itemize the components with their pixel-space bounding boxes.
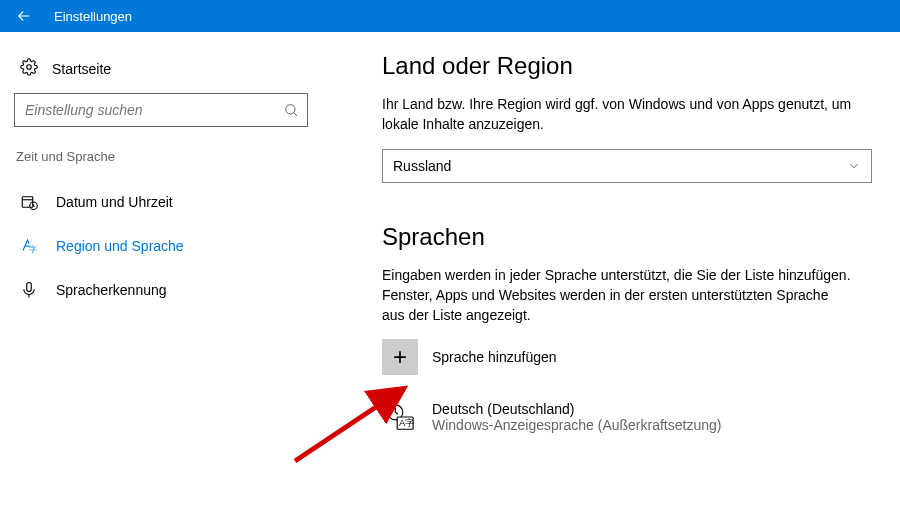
sidebar: Startseite Zeit und Sprache Datum und Uh… xyxy=(0,32,322,511)
svg-text:A字: A字 xyxy=(399,419,414,429)
nav-item-speech[interactable]: Spracherkennung xyxy=(14,268,308,312)
window-title: Einstellungen xyxy=(54,9,132,24)
nav-label: Region und Sprache xyxy=(56,238,184,254)
region-desc: Ihr Land bzw. Ihre Region wird ggf. von … xyxy=(382,94,852,135)
search-icon xyxy=(283,102,299,118)
display-language-icon: A字 xyxy=(382,399,418,435)
nav-label: Datum und Uhrzeit xyxy=(56,194,173,210)
search-input[interactable] xyxy=(25,102,283,118)
calendar-clock-icon xyxy=(20,193,38,211)
microphone-icon xyxy=(20,281,38,299)
svg-line-2 xyxy=(294,113,297,116)
back-button[interactable] xyxy=(0,0,48,32)
svg-rect-3 xyxy=(22,197,33,208)
svg-text:字: 字 xyxy=(29,245,37,254)
languages-heading: Sprachen xyxy=(382,223,876,251)
svg-point-1 xyxy=(286,105,295,114)
nav-label: Spracherkennung xyxy=(56,282,167,298)
region-heading: Land oder Region xyxy=(382,52,876,80)
nav-item-region-language[interactable]: 字 Region und Sprache xyxy=(14,224,308,268)
titlebar: Einstellungen xyxy=(0,0,900,32)
language-item[interactable]: A字 Deutsch (Deutschland) Windows-Anzeige… xyxy=(382,399,876,435)
language-subtitle: Windows-Anzeigesprache (Außerkraftsetzun… xyxy=(432,417,721,433)
category-label: Zeit und Sprache xyxy=(16,149,308,164)
home-link[interactable]: Startseite xyxy=(14,50,308,93)
chevron-down-icon xyxy=(847,159,861,173)
arrow-left-icon xyxy=(15,7,33,25)
language-name: Deutsch (Deutschland) xyxy=(432,401,721,417)
add-language-button[interactable]: + Sprache hinzufügen xyxy=(382,339,876,375)
language-text: Deutsch (Deutschland) Windows-Anzeigespr… xyxy=(432,401,721,433)
svg-rect-7 xyxy=(27,283,32,292)
search-box[interactable] xyxy=(14,93,308,127)
add-language-label: Sprache hinzufügen xyxy=(432,349,557,365)
plus-icon: + xyxy=(382,339,418,375)
main-panel: Land oder Region Ihr Land bzw. Ihre Regi… xyxy=(322,32,900,511)
nav-item-datetime[interactable]: Datum und Uhrzeit xyxy=(14,180,308,224)
gear-icon xyxy=(20,58,38,79)
country-dropdown[interactable]: Russland xyxy=(382,149,872,183)
languages-desc: Eingaben werden in jeder Sprache unterst… xyxy=(382,265,852,326)
country-selected: Russland xyxy=(393,158,451,174)
svg-point-0 xyxy=(27,65,32,70)
language-icon: 字 xyxy=(20,237,38,255)
home-label: Startseite xyxy=(52,61,111,77)
